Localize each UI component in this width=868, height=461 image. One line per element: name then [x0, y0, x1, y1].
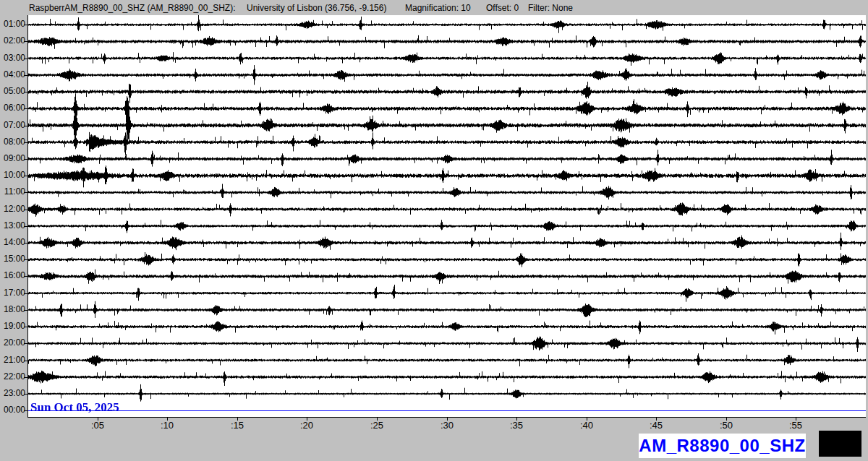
hour-tick — [24, 276, 28, 277]
hour-tick — [24, 108, 28, 109]
helicorder-app: RaspberrAM_R8890_00_SHZ (AM_R8890_00_SHZ… — [0, 0, 868, 461]
hour-tick — [24, 327, 28, 327]
minute-label: :55 — [780, 420, 812, 431]
hour-tick — [24, 176, 28, 176]
hour-label: 02:00 — [0, 36, 25, 46]
hour-label: 10:00 — [0, 171, 25, 180]
minute-label: :20 — [291, 420, 323, 431]
header-filter: Filter: None — [528, 3, 573, 13]
hour-tick — [24, 59, 28, 59]
hour-tick — [24, 377, 28, 378]
hour-label: 23:00 — [0, 389, 25, 398]
minute-label: :45 — [640, 420, 672, 431]
hour-tick — [24, 41, 28, 42]
date-label: Sun Oct 05, 2025 — [30, 401, 119, 414]
hour-label: 09:00 — [0, 154, 25, 163]
hour-tick — [24, 142, 28, 143]
hour-label: 07:00 — [0, 121, 25, 130]
hour-label: 11:00 — [0, 187, 25, 197]
hour-label: 01:00 — [0, 20, 25, 29]
header-station-title: RaspberrAM_R8890_00_SHZ (AM_R8890_00_SHZ… — [29, 3, 235, 13]
hour-label: 04:00 — [0, 70, 25, 79]
hour-tick — [24, 293, 28, 294]
hour-label: 20:00 — [0, 338, 25, 348]
hour-tick — [24, 159, 28, 160]
seismogram-traces-canvas[interactable] — [28, 15, 866, 417]
hour-label: 08:00 — [0, 137, 25, 147]
hour-tick — [24, 126, 28, 126]
minute-label: :35 — [501, 420, 532, 431]
hour-label: 03:00 — [0, 53, 25, 63]
hour-tick — [24, 343, 28, 344]
hour-label: 15:00 — [0, 254, 25, 264]
status-black-box — [819, 431, 861, 457]
header-magnification: Magnification: 10 — [405, 3, 471, 13]
minute-label: :30 — [431, 420, 463, 431]
hour-tick — [24, 210, 28, 210]
hour-tick — [24, 92, 28, 92]
minute-label: :05 — [82, 420, 114, 431]
station-label: AM_R8890_00_SHZ — [639, 436, 805, 456]
hour-tick — [24, 75, 28, 76]
minute-label: :50 — [710, 420, 742, 431]
minute-label: :15 — [221, 420, 253, 431]
hour-tick — [24, 361, 28, 361]
hour-tick — [24, 226, 28, 227]
hour-tick — [24, 243, 28, 244]
hour-label: 22:00 — [0, 372, 25, 382]
hour-label: 17:00 — [0, 288, 25, 298]
hour-tick — [24, 25, 28, 25]
hour-label: 19:00 — [0, 322, 25, 331]
header-location: University of Lisbon (36.756, -9.156) — [247, 3, 386, 13]
hour-tick — [24, 410, 28, 411]
minute-label: :10 — [151, 420, 183, 431]
hour-label: 00:00 — [0, 405, 25, 415]
minute-label: :40 — [571, 420, 603, 431]
station-label-box[interactable]: AM_R8890_00_SHZ — [639, 434, 806, 458]
hour-label: 18:00 — [0, 305, 25, 314]
hour-label: 06:00 — [0, 103, 25, 113]
hour-label: 14:00 — [0, 238, 25, 247]
hour-label: 13:00 — [0, 221, 25, 231]
hour-label: 05:00 — [0, 87, 25, 96]
hour-tick — [24, 259, 28, 260]
header-offset: Offset: 0 — [486, 3, 519, 13]
hour-tick — [24, 192, 28, 193]
hour-tick — [24, 310, 28, 311]
hour-label: 21:00 — [0, 356, 25, 365]
hour-tick — [24, 394, 28, 395]
minute-label: :25 — [361, 420, 393, 431]
hour-label: 16:00 — [0, 271, 25, 280]
hour-label: 12:00 — [0, 204, 25, 214]
